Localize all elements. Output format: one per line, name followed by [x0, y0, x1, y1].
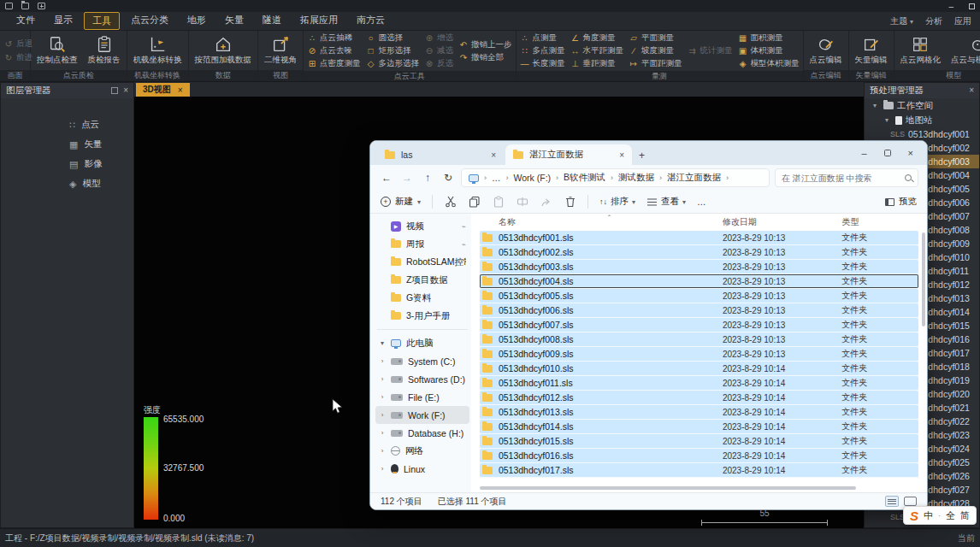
table-row[interactable]: 0513dhdcyf009.sls 2023-8-29 10:13 文件夹	[480, 347, 918, 362]
ribbon-mini-button[interactable]: ⊖减选	[424, 45, 453, 56]
close-button[interactable]: ×	[908, 148, 913, 158]
close-icon[interactable]: ×	[969, 87, 974, 94]
close-icon[interactable]: ×	[491, 150, 496, 160]
chevron-right-icon[interactable]: ›	[379, 393, 386, 401]
table-row[interactable]: 0513dhdcyf004.sls 2023-8-29 10:13 文件夹	[480, 274, 918, 289]
ribbon-mini-button[interactable]: ▣体积测量	[738, 45, 800, 56]
table-row[interactable]: 0513dhdcyf006.sls 2023-8-29 10:13 文件夹	[480, 303, 918, 318]
explorer-tab-las[interactable]: las ×	[377, 144, 504, 165]
ime-toolbar[interactable]: S 中 · 全 简	[903, 506, 977, 525]
column-header-name[interactable]: 名称ˆ	[480, 216, 723, 228]
up-button[interactable]: ↑	[420, 172, 435, 184]
chevron-down-icon[interactable]: ▾	[379, 339, 386, 347]
ribbon-mini-button[interactable]: □矩形选择	[366, 45, 420, 56]
nav-item-videos[interactable]: ▶视频⌁	[375, 217, 469, 235]
qc-report-button[interactable]: 质检报告	[86, 35, 123, 66]
menu-item[interactable]: 拓展应用	[292, 12, 345, 30]
breadcrumb-overflow[interactable]: …	[492, 173, 501, 183]
forward-button[interactable]: →	[399, 172, 415, 184]
breadcrumb-segment[interactable]: Work (F:) ›	[514, 173, 559, 183]
maximize-button[interactable]	[884, 150, 891, 156]
pointcloud-model-compare-button[interactable]: 点云与模型对比	[948, 35, 980, 66]
chevron-down-icon[interactable]: ▾	[873, 102, 880, 109]
new-button[interactable]: + 新建 ▾	[381, 196, 421, 208]
nav-item-folder[interactable]: RobotSLAM控制参数	[375, 253, 469, 271]
menu-item[interactable]: 文件	[9, 12, 43, 30]
close-icon[interactable]: ×	[619, 150, 624, 160]
ribbon-mini-button[interactable]: ∴点测量	[520, 32, 565, 44]
menu-item[interactable]: 南方云	[349, 12, 393, 30]
layer-item-vector[interactable]: ▦矢量	[1, 138, 133, 150]
menu-item[interactable]: 矢量	[217, 12, 251, 30]
nav-item-linux[interactable]: ›Linux	[375, 460, 469, 478]
close-icon[interactable]: ×	[178, 85, 183, 95]
refresh-button[interactable]: ↻	[440, 172, 456, 184]
nav-item-drive[interactable]: ›File (E:)	[375, 388, 469, 406]
table-row[interactable]: 0513dhdcyf007.sls 2023-8-29 10:13 文件夹	[480, 318, 918, 332]
nav-item-pinned-folder[interactable]: 周报⌁	[375, 235, 469, 253]
ribbon-mini-button[interactable]: ∴点云抽稀	[307, 32, 361, 44]
large-icons-view-toggle[interactable]	[904, 497, 917, 506]
breadcrumb-segment[interactable]: 测试数据 ›	[618, 172, 662, 184]
ribbon-mini-button[interactable]: ⊥垂距测量	[570, 58, 624, 69]
minimize-button[interactable]: –	[948, 2, 953, 11]
table-row[interactable]: 0513dhdcyf003.sls 2023-8-29 10:13 文件夹	[480, 260, 918, 274]
table-row[interactable]: 0513dhdcyf016.sls 2023-8-29 10:14 文件夹	[480, 449, 918, 463]
ribbon-mini-button[interactable]: ▦面积测量	[738, 32, 800, 44]
control-point-check-button[interactable]: 控制点检查	[34, 35, 80, 66]
nav-item-this-pc[interactable]: ▾此电脑	[375, 334, 469, 352]
cut-button[interactable]	[444, 196, 457, 209]
save-icon[interactable]	[5, 3, 13, 9]
chevron-right-icon[interactable]: ›	[379, 447, 386, 455]
ribbon-mini-button[interactable]: ○圆选择	[366, 32, 420, 44]
float-panel-icon[interactable]	[111, 87, 118, 94]
airborne-coord-convert-button[interactable]: 机载坐标转换	[131, 35, 185, 66]
table-row[interactable]: 0513dhdcyf013.sls 2023-8-29 10:14 文件夹	[480, 405, 918, 420]
table-row[interactable]: 0513dhdcyf012.sls 2023-8-29 10:14 文件夹	[480, 391, 918, 405]
ribbon-mini-button[interactable]: ⊞点密度测量	[307, 58, 361, 69]
copy-button[interactable]	[468, 196, 481, 209]
menu-item[interactable]: 隧道	[255, 12, 289, 30]
breadcrumb-segment[interactable]: B软件测试 ›	[564, 172, 613, 184]
theme-menu[interactable]: 主题 ▾	[890, 15, 913, 27]
restore-button[interactable]	[969, 3, 975, 9]
table-row[interactable]: 0513dhdcyf017.sls 2023-8-29 10:14 文件夹	[480, 463, 918, 478]
apply-menu[interactable]: 应用	[954, 15, 971, 27]
layer-item-image[interactable]: ▤影像	[1, 158, 133, 170]
rename-button[interactable]	[516, 196, 528, 209]
ribbon-mini-button[interactable]: ⊕增选	[424, 32, 453, 44]
ribbon-mini-button[interactable]: ∕坡度测量	[629, 45, 682, 56]
ribbon-mini-button[interactable]: ⇉统计测量	[688, 45, 733, 56]
close-icon[interactable]: ×	[123, 87, 128, 94]
chevron-right-icon[interactable]: ›	[379, 429, 386, 437]
new-tab-button[interactable]: +	[639, 150, 645, 162]
back-button[interactable]: ←	[379, 172, 394, 184]
nav-item-folder[interactable]: G资料	[375, 289, 469, 307]
table-row[interactable]: 0513dhdcyf011.sls 2023-8-29 10:14 文件夹	[480, 376, 918, 391]
ribbon-mini-button[interactable]: ∷多点测量	[520, 45, 565, 56]
ribbon-mini-button[interactable]: —长度测量	[520, 58, 565, 69]
sort-button[interactable]: ↑↓ 排序 ▾	[599, 196, 635, 208]
chevron-down-icon[interactable]: ▾	[885, 116, 892, 124]
pointcloud-mesh-button[interactable]: 点云网格化	[898, 35, 944, 66]
column-header-date[interactable]: 修改日期	[723, 216, 841, 228]
table-row[interactable]: 0513dhdcyf008.sls 2023-8-29 10:13 文件夹	[480, 332, 918, 347]
chevron-right-icon[interactable]: ›	[379, 411, 386, 419]
open-folder-icon[interactable]	[21, 3, 29, 9]
undo-button[interactable]: ↺后退	[3, 38, 32, 50]
nav-item-drive[interactable]: ›Work (F:)	[375, 406, 469, 424]
ime-fullwidth-toggle[interactable]: 全	[946, 509, 955, 522]
menu-item[interactable]: 点云分类	[123, 12, 176, 30]
table-row[interactable]: 0513dhdcyf002.sls 2023-8-29 10:13 文件夹	[480, 245, 918, 260]
2d-view-button[interactable]: 二维视角	[262, 35, 299, 66]
ribbon-mini-button[interactable]: ◈模型体积测量	[738, 58, 800, 69]
details-view-toggle[interactable]	[885, 496, 899, 507]
ribbon-mini-button[interactable]: ↶撤销上一步	[458, 39, 512, 50]
analysis-menu[interactable]: 分析	[925, 15, 942, 27]
add-icon[interactable]	[38, 3, 45, 9]
ribbon-mini-button[interactable]: ▱平面测量	[629, 32, 682, 44]
search-box[interactable]	[775, 168, 918, 187]
view-button[interactable]: 查看 ▾	[646, 196, 686, 208]
vertical-scrollbar[interactable]	[922, 232, 925, 326]
menu-item[interactable]: 显示	[46, 12, 80, 30]
